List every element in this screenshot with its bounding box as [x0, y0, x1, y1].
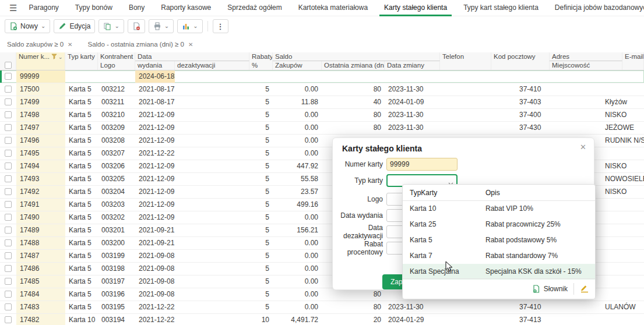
- header-ostatnia-zmiana[interactable]: Ostatnia zmiana (dni): [322, 61, 385, 70]
- slownik-button[interactable]: Słownik: [532, 285, 568, 293]
- chevron-down-icon[interactable]: ⌄: [114, 23, 119, 29]
- cell-rabat: 5: [249, 211, 273, 224]
- nav-tab[interactable]: Sprzedaż ogółem: [219, 0, 290, 16]
- chevron-down-icon[interactable]: ⌄: [193, 23, 198, 29]
- row-checkbox[interactable]: [5, 98, 12, 105]
- nav-tab[interactable]: Paragony: [20, 0, 66, 16]
- more-options-button[interactable]: ⋮: [213, 19, 228, 33]
- header-data-zmiany[interactable]: Data zmiany: [385, 61, 440, 70]
- remove-filter-icon[interactable]: ✕: [188, 41, 193, 48]
- header-email-sub: [622, 61, 644, 70]
- new-button[interactable]: Nowy ⌄: [5, 19, 50, 33]
- cell-telefon: [440, 301, 491, 313]
- header-numer[interactable]: Numer k...⌄: [16, 52, 65, 61]
- row-checkbox-cell: [0, 199, 16, 211]
- header-zakupow[interactable]: Zakupów: [273, 61, 322, 70]
- table-row[interactable]: 17483 Karta 5 003195 2021-12-22 5 0.00 8…: [0, 301, 644, 314]
- row-checkbox[interactable]: [5, 239, 12, 246]
- print-button[interactable]: ⌄: [149, 19, 174, 33]
- row-checkbox[interactable]: [5, 214, 12, 221]
- cell-numer: 17493: [16, 173, 65, 185]
- row-checkbox[interactable]: [5, 291, 12, 298]
- edit-button[interactable]: Edycja: [54, 19, 95, 33]
- chevron-down-icon[interactable]: ⌄: [41, 23, 45, 29]
- row-checkbox[interactable]: [5, 124, 12, 131]
- row-checkbox[interactable]: [5, 175, 12, 182]
- delete-button[interactable]: [128, 19, 145, 33]
- cell-numer: 17485: [16, 275, 65, 288]
- delete-document-icon: [132, 22, 140, 30]
- header-miejscowosc[interactable]: Miejscowość: [550, 61, 622, 70]
- header-rabaty[interactable]: Rabaty: [249, 52, 273, 61]
- filter-chip: Saldo - ostatnia zmiana (dni) ≥ 0 ✕: [87, 41, 193, 48]
- copy-button[interactable]: ⌄: [98, 19, 124, 33]
- chevron-down-icon[interactable]: ⌄: [164, 23, 169, 29]
- dropdown-option[interactable]: Karta 5 Rabat podstawowy 5%: [403, 232, 595, 248]
- remove-filter-icon[interactable]: ✕: [68, 41, 72, 48]
- header-kod-pocztowy[interactable]: Kod pocztowy: [491, 52, 550, 61]
- numer-karty-input[interactable]: [386, 158, 458, 171]
- cell-email: [622, 83, 644, 96]
- header-telefon[interactable]: Telefon: [440, 52, 491, 61]
- hamburger-menu-icon[interactable]: ☰: [6, 3, 20, 13]
- row-checkbox[interactable]: [5, 86, 12, 93]
- nav-tab[interactable]: Definicja jobów bazodanowych: [547, 0, 644, 16]
- row-checkbox[interactable]: [5, 278, 12, 285]
- table-header-row-2: Logo wydania dezaktywacji % Zakupów Osta…: [0, 61, 644, 70]
- dropdown-option[interactable]: Karta 10 Rabat VIP 10%: [403, 201, 595, 217]
- header-wydania[interactable]: wydania: [135, 61, 175, 70]
- row-checkbox[interactable]: [5, 137, 12, 144]
- table-row[interactable]: 17482 Karta 10 003194 2021-12-22 10 4,49…: [0, 314, 644, 325]
- cell-miejscowosc: Kłyżów: [550, 96, 622, 108]
- row-checkbox[interactable]: [5, 316, 12, 323]
- row-checkbox-cell: [0, 160, 16, 172]
- header-adres-group[interactable]: Adres: [550, 52, 622, 61]
- table-row[interactable]: 99999 2024-06-18: [0, 70, 644, 83]
- select-all-checkbox[interactable]: [5, 62, 12, 69]
- sort-direction-icon[interactable]: ⌄: [58, 54, 63, 60]
- row-checkbox[interactable]: [5, 162, 12, 169]
- row-checkbox[interactable]: [5, 303, 12, 310]
- cell-typ-karty: Karta 5: [65, 263, 98, 275]
- row-checkbox[interactable]: [5, 201, 12, 208]
- row-checkbox[interactable]: [5, 265, 12, 272]
- cell-numer: 17494: [16, 160, 65, 172]
- header-data-group[interactable]: Data: [135, 52, 249, 61]
- table-row[interactable]: 17499 Karta 5 003211 2021-08-17 5 11.88 …: [0, 96, 644, 109]
- close-icon[interactable]: ✕: [580, 143, 586, 151]
- row-checkbox[interactable]: [5, 73, 12, 80]
- table-row[interactable]: 17498 Karta 5 003210 2021-12-09 5 0.00 8…: [0, 109, 644, 122]
- nav-tab[interactable]: Raporty kasowe: [153, 0, 219, 16]
- header-procent[interactable]: %: [249, 61, 273, 70]
- table-row[interactable]: 17497 Karta 5 003209 2021-12-09 5 0.00 8…: [0, 122, 644, 135]
- cell-data-wydania: 2021-12-09: [135, 186, 175, 198]
- header-dezaktywacji[interactable]: dezaktywacji: [175, 61, 249, 70]
- edit-pencil-icon[interactable]: [580, 285, 589, 293]
- nav-tab[interactable]: Typy bonów: [67, 0, 121, 16]
- header-logo[interactable]: Logo: [98, 61, 135, 70]
- header-kontrahent[interactable]: Kontrahent: [98, 52, 135, 61]
- row-checkbox[interactable]: [5, 227, 12, 234]
- row-checkbox[interactable]: [5, 150, 12, 157]
- filter-chip-label: Saldo zakupów ≥ 0: [7, 41, 64, 48]
- row-checkbox[interactable]: [5, 252, 12, 259]
- filter-funnel-icon[interactable]: [51, 53, 57, 61]
- nav-tab[interactable]: Kartoteka materiałowa: [290, 0, 376, 16]
- table-row[interactable]: 17500 Karta 5 003212 2021-08-17 5 0.00 8…: [0, 83, 644, 96]
- nav-tab[interactable]: Karty stałego klienta: [376, 0, 455, 16]
- nav-tab[interactable]: Typy kart stałego klienta: [455, 0, 547, 16]
- row-checkbox[interactable]: [5, 111, 12, 118]
- nav-tab-label: Bony: [129, 3, 145, 12]
- cell-data-dezaktywacji: [175, 70, 249, 83]
- nav-tab[interactable]: Bony: [121, 0, 153, 16]
- row-checkbox-cell: [0, 250, 16, 262]
- header-email[interactable]: E-mail: [622, 52, 644, 61]
- cell-data-wydania: 2021-12-09: [135, 199, 175, 211]
- header-typ-karty[interactable]: Typ karty: [65, 52, 98, 61]
- dropdown-option[interactable]: Karta 25 Rabat pracowniczy 25%: [403, 217, 595, 232]
- header-saldo-group[interactable]: Saldo: [273, 52, 440, 61]
- dropdown-option[interactable]: Karta Specjalna Specjalna KSK dla szkół …: [403, 264, 595, 280]
- row-checkbox[interactable]: [5, 188, 12, 195]
- dropdown-option[interactable]: Karta 7 Rabat standardowy 7%: [403, 248, 595, 264]
- chart-button[interactable]: ⌄: [177, 19, 202, 33]
